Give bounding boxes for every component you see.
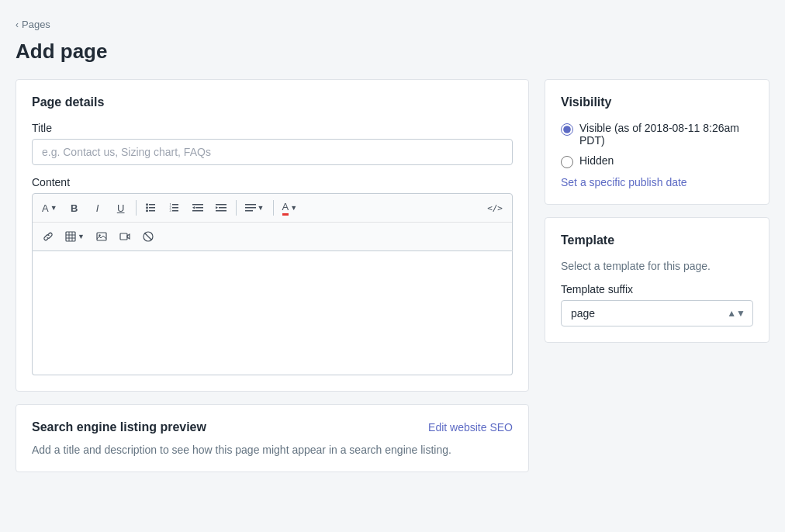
italic-button[interactable]: I (87, 197, 109, 219)
indent-button[interactable] (187, 197, 209, 219)
svg-rect-21 (66, 232, 75, 241)
bold-button[interactable]: B (64, 197, 85, 219)
svg-text:3: 3 (169, 209, 171, 212)
video-button[interactable] (114, 226, 136, 247)
svg-rect-0 (149, 204, 155, 206)
svg-rect-6 (172, 204, 178, 206)
main-layout: Page details Title Content A ▼ B (16, 79, 769, 472)
svg-rect-15 (216, 204, 227, 206)
svg-point-3 (146, 203, 148, 206)
svg-rect-28 (120, 233, 127, 240)
svg-rect-16 (219, 207, 227, 209)
toolbar-separator-2 (236, 200, 237, 216)
svg-rect-8 (172, 210, 178, 212)
template-select[interactable]: page contact faq custom (561, 300, 753, 326)
template-card-title: Template (561, 233, 753, 247)
block-button[interactable] (137, 226, 159, 247)
publish-date-link[interactable]: Set a specific publish date (561, 176, 753, 188)
font-arrow-icon: ▼ (50, 204, 57, 212)
svg-line-30 (144, 233, 151, 240)
visible-label[interactable]: Visible (as of 2018-08-11 8:26am PDT) (579, 122, 753, 147)
svg-rect-26 (97, 233, 106, 240)
page-details-card: Page details Title Content A ▼ B (16, 79, 529, 392)
hidden-radio[interactable] (561, 156, 573, 168)
breadcrumb: ‹ Pages (16, 19, 769, 30)
breadcrumb-pages-link[interactable]: Pages (22, 19, 50, 30)
unordered-list-button[interactable] (140, 197, 162, 219)
link-button[interactable] (37, 226, 59, 247)
svg-rect-18 (245, 204, 256, 206)
svg-rect-20 (245, 210, 253, 212)
svg-point-5 (146, 209, 148, 212)
seo-card-title: Search engine listing preview (32, 420, 206, 434)
page-title: Add page (16, 40, 769, 64)
seo-card-header: Search engine listing preview Edit websi… (32, 420, 513, 434)
page-details-title: Page details (32, 95, 513, 109)
toolbar-row-1: A ▼ B I U (33, 194, 512, 223)
svg-rect-13 (195, 207, 203, 209)
right-column: Visibility Visible (as of 2018-08-11 8:2… (545, 79, 769, 343)
template-description: Select a template for this page. (561, 260, 753, 272)
color-arrow-icon: ▼ (290, 204, 297, 212)
breadcrumb-chevron-icon: ‹ (16, 19, 19, 30)
editor-content-area[interactable] (32, 251, 513, 375)
editor-toolbar: A ▼ B I U (32, 193, 513, 251)
align-arrow-icon: ▼ (258, 204, 265, 212)
ordered-list-button[interactable]: 1 2 3 (164, 197, 185, 219)
svg-rect-14 (192, 210, 203, 212)
template-card: Template Select a template for this page… (545, 217, 769, 343)
image-button[interactable] (91, 226, 112, 247)
seo-card: Search engine listing preview Edit websi… (16, 404, 529, 472)
visibility-card-title: Visibility (561, 95, 753, 109)
underline-button[interactable]: U (110, 197, 132, 219)
hidden-label[interactable]: Hidden (579, 154, 614, 167)
left-column: Page details Title Content A ▼ B (16, 79, 529, 472)
seo-description: Add a title and description to see how t… (32, 444, 513, 456)
font-button[interactable]: A ▼ (37, 197, 62, 219)
toolbar-separator-1 (136, 200, 137, 216)
svg-rect-19 (245, 207, 256, 209)
svg-rect-12 (192, 204, 203, 206)
template-select-wrapper: page contact faq custom ▲▼ (561, 300, 753, 326)
template-suffix-label: Template suffix (561, 283, 753, 295)
toolbar-separator-3 (273, 200, 274, 216)
svg-rect-2 (149, 210, 155, 212)
svg-rect-7 (172, 207, 178, 209)
visible-radio[interactable] (561, 123, 573, 136)
svg-point-27 (99, 234, 100, 236)
source-code-button[interactable]: </> (482, 197, 507, 219)
outdent-button[interactable] (210, 197, 232, 219)
edit-seo-link[interactable]: Edit website SEO (428, 421, 513, 434)
svg-rect-17 (216, 210, 227, 212)
visibility-card: Visibility Visible (as of 2018-08-11 8:2… (545, 79, 769, 205)
hidden-option: Hidden (561, 154, 753, 168)
table-arrow-icon: ▼ (78, 233, 85, 240)
title-input[interactable] (32, 139, 513, 165)
align-button[interactable]: ▼ (240, 197, 269, 219)
visible-option: Visible (as of 2018-08-11 8:26am PDT) (561, 122, 753, 147)
text-color-button[interactable]: A ▼ (278, 197, 303, 219)
toolbar-row-2: ▼ (33, 223, 512, 250)
page-wrapper: ‹ Pages Add page Page details Title Cont… (0, 0, 785, 491)
svg-rect-1 (149, 207, 155, 209)
svg-point-4 (146, 206, 148, 209)
content-label: Content (32, 176, 513, 188)
title-label: Title (32, 122, 513, 134)
table-button[interactable]: ▼ (61, 226, 89, 247)
